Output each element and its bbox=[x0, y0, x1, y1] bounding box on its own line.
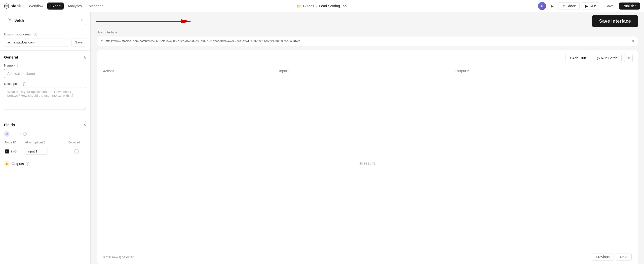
general-title: General bbox=[4, 55, 18, 59]
fields-collapse-icon[interactable]: ∧ bbox=[83, 122, 86, 127]
main-layout: ⊞ Batch ▾ Custom subdomain i Save Genera… bbox=[0, 12, 644, 264]
inputs-icon: ◎ bbox=[4, 131, 10, 137]
refresh-icon[interactable]: ↻ bbox=[100, 39, 103, 43]
table-footer: 0 of 0 row(s) selected. Previous Next bbox=[97, 250, 638, 264]
svg-marker-2 bbox=[181, 19, 191, 23]
description-info-icon[interactable]: i bbox=[22, 82, 25, 86]
url-bar: ↻ https://www.stack-ai.com/batch/d827666… bbox=[97, 36, 638, 46]
subdomain-info-icon[interactable]: i bbox=[34, 33, 37, 36]
input-table-row: ✓ in-0 bbox=[4, 146, 86, 157]
col-actions: Actions bbox=[103, 69, 279, 73]
add-run-button[interactable]: + Add Run bbox=[565, 54, 590, 62]
sidebar: ⊞ Batch ▾ Custom subdomain i Save Genera… bbox=[0, 12, 91, 264]
play-icon-button[interactable]: ▶ bbox=[548, 2, 556, 10]
share-button[interactable]: ↗ Share bbox=[558, 2, 580, 10]
fields-title: Fields bbox=[4, 123, 15, 127]
subdomain-input[interactable] bbox=[4, 38, 69, 46]
run-button[interactable]: ▶ Run bbox=[582, 2, 600, 10]
breadcrumb: 📁 Guides / Lead Scoring Tool bbox=[297, 4, 347, 8]
col-output2: Output 2 bbox=[456, 69, 632, 73]
save-interface-button[interactable]: Save Interface bbox=[592, 15, 638, 27]
nav-export[interactable]: Export bbox=[47, 3, 63, 10]
name-info-icon[interactable]: i bbox=[14, 64, 18, 67]
inputs-table-header: Node ID Alias (optional) Required bbox=[4, 139, 86, 146]
publish-button[interactable]: Publish ▾ bbox=[619, 3, 640, 10]
breadcrumb-separator: / bbox=[316, 4, 317, 8]
copy-icon[interactable]: ⧉ bbox=[632, 39, 634, 43]
col-input1: Input 1 bbox=[279, 69, 455, 73]
next-button[interactable]: Next bbox=[616, 253, 632, 261]
breadcrumb-current: Lead Scoring Tool bbox=[319, 4, 347, 8]
url-text: https://www.stack-ai.com/batch/d8276663-… bbox=[105, 39, 630, 43]
ui-section: User Interface ↻ https://www.stack-ai.co… bbox=[91, 30, 644, 264]
subdomain-label: Custom subdomain i bbox=[4, 32, 86, 36]
logo: stack bbox=[4, 4, 21, 9]
avatar-image: U bbox=[538, 2, 546, 10]
name-input[interactable] bbox=[4, 69, 86, 78]
outputs-icon: ◉ bbox=[4, 161, 10, 167]
stack-logo-icon bbox=[4, 4, 9, 9]
subdomain-section: Custom subdomain i Save bbox=[0, 28, 90, 51]
input-checkbox[interactable]: ✓ bbox=[5, 149, 9, 153]
description-textarea[interactable] bbox=[4, 87, 86, 110]
row-count: 0 of 0 row(s) selected. bbox=[103, 255, 135, 259]
fields-section: Fields ∧ ◎ Inputs i Node ID Alias (optio… bbox=[0, 118, 90, 172]
avatar[interactable]: U bbox=[538, 2, 546, 10]
batch-dropdown[interactable]: ⊞ Batch ▾ bbox=[4, 15, 86, 25]
outputs-info-icon[interactable]: i bbox=[26, 162, 29, 166]
node-id: in-0 bbox=[11, 149, 17, 153]
save-interface-area: Save Interface bbox=[91, 12, 644, 30]
name-field-group: Name i bbox=[4, 64, 86, 78]
subdomain-save-button[interactable]: Save bbox=[71, 38, 86, 46]
table-toolbar: + Add Run ▷ Run Batch ••• bbox=[97, 50, 638, 66]
general-section: General ∧ Name i Description i bbox=[0, 51, 90, 118]
previous-button[interactable]: Previous bbox=[592, 253, 614, 261]
folder-icon: 📁 bbox=[297, 4, 301, 8]
logo-text: stack bbox=[11, 4, 21, 8]
run-icon: ▶ bbox=[585, 4, 588, 8]
breadcrumb-guides[interactable]: Guides bbox=[303, 4, 314, 8]
batch-chevron-icon: ▾ bbox=[81, 18, 83, 22]
inputs-label: ◎ Inputs i bbox=[4, 131, 86, 137]
batch-icon: ⊞ bbox=[8, 18, 12, 22]
nav-workflow[interactable]: Workflow bbox=[26, 3, 46, 10]
batch-section: ⊞ Batch ▾ bbox=[0, 12, 90, 28]
pagination: Previous Next bbox=[592, 253, 632, 261]
red-arrow-annotation bbox=[96, 16, 191, 26]
nav-right-actions: U ▶ ↗ Share ▶ Run Save Publish ▾ bbox=[538, 2, 640, 10]
nav-manager[interactable]: Manager bbox=[86, 3, 106, 10]
batch-label: Batch bbox=[14, 18, 24, 22]
outputs-label: ◉ Outputs i bbox=[4, 161, 86, 167]
publish-chevron-icon: ▾ bbox=[635, 5, 636, 7]
nav-analytics[interactable]: Analytics bbox=[65, 3, 85, 10]
top-navigation: stack Workflow Export Analytics Manager … bbox=[0, 0, 644, 12]
no-results-message: No results. bbox=[97, 76, 638, 250]
ui-label: User Interface bbox=[97, 30, 638, 34]
data-table-header: Actions Input 1 Output 2 bbox=[97, 66, 638, 76]
inputs-info-icon[interactable]: i bbox=[23, 132, 27, 136]
required-checkbox[interactable] bbox=[74, 149, 79, 153]
alias-input[interactable] bbox=[25, 148, 48, 155]
general-collapse-icon[interactable]: ∧ bbox=[83, 55, 86, 60]
run-batch-button[interactable]: ▷ Run Batch bbox=[593, 54, 622, 62]
share-icon: ↗ bbox=[562, 4, 565, 8]
description-field-group: Description i bbox=[4, 82, 86, 111]
data-table-area: + Add Run ▷ Run Batch ••• Actions Input … bbox=[97, 50, 638, 264]
nav-items: Workflow Export Analytics Manager bbox=[26, 3, 106, 10]
main-content: Save Interface User Interface ↻ https://… bbox=[91, 12, 644, 264]
save-button[interactable]: Save bbox=[602, 3, 617, 10]
more-options-button[interactable]: ••• bbox=[624, 54, 633, 62]
